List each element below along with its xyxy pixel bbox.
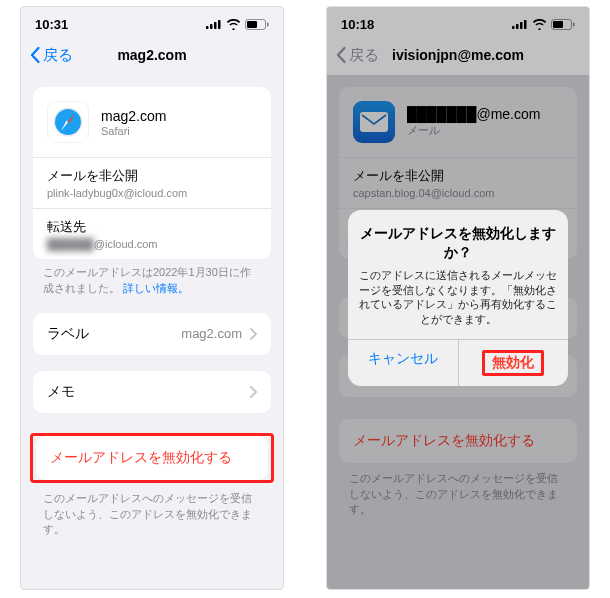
hide-email-label: メールを非公開 <box>47 167 257 185</box>
hide-email-value: plink-ladybug0x@icloud.com <box>47 187 257 199</box>
wifi-icon <box>226 19 241 30</box>
battery-icon <box>245 19 269 30</box>
deactivate-button[interactable]: メールアドレスを無効化する <box>36 436 268 480</box>
phone-right: 10:18 戻る ivisionjpn@me.com ███████@me.co… <box>326 6 590 590</box>
nav-bar: 戻る mag2.com <box>21 35 283 75</box>
cellular-icon <box>206 19 222 29</box>
status-bar: 10:31 <box>21 7 283 35</box>
more-info-link[interactable]: 詳しい情報。 <box>123 282 189 294</box>
dialog-message: このアドレスに送信されるメールメッセージを受信しなくなります。「無効化されている… <box>358 268 558 327</box>
svg-rect-1 <box>210 24 213 29</box>
chevron-left-icon <box>29 46 41 64</box>
phone-left: 10:31 戻る mag2.com ma <box>20 6 284 590</box>
highlight-box: 無効化 <box>482 350 544 376</box>
svg-rect-3 <box>218 20 221 29</box>
back-button[interactable]: 戻る <box>29 46 73 65</box>
highlight-box: メールアドレスを無効化する <box>30 433 274 483</box>
svg-rect-6 <box>267 22 269 26</box>
dialog-overlay: メールアドレスを無効化しますか？ このアドレスに送信されるメールメッセージを受信… <box>327 7 589 589</box>
dialog-cancel-button[interactable]: キャンセル <box>348 340 459 386</box>
memo-row[interactable]: メモ <box>33 371 271 413</box>
app-name: mag2.com <box>101 108 166 124</box>
dialog-confirm-button[interactable]: 無効化 <box>459 340 569 386</box>
label-row[interactable]: ラベル mag2.com <box>33 313 271 355</box>
app-sub: Safari <box>101 125 166 137</box>
created-note: このメールアドレスは2022年1月30日に作成されました。 詳しい情報。 <box>21 259 283 297</box>
forward-value: ██████@icloud.com <box>47 238 257 250</box>
safari-icon <box>47 101 89 143</box>
back-label: 戻る <box>43 46 73 65</box>
chevron-right-icon <box>250 328 257 340</box>
svg-rect-0 <box>206 26 209 29</box>
forward-label: 転送先 <box>47 218 257 236</box>
deactivate-caption: このメールアドレスへのメッセージを受信しないよう、このアドレスを無効化できます。 <box>21 483 283 538</box>
svg-rect-5 <box>247 21 257 28</box>
svg-rect-2 <box>214 22 217 29</box>
dialog-title: メールアドレスを無効化しますか？ <box>358 224 558 262</box>
label-row-label: ラベル <box>47 325 89 343</box>
confirm-dialog: メールアドレスを無効化しますか？ このアドレスに送信されるメールメッセージを受信… <box>348 210 568 386</box>
chevron-right-icon <box>250 386 257 398</box>
app-card: mag2.com Safari メールを非公開 plink-ladybug0x@… <box>33 87 271 259</box>
status-time: 10:31 <box>35 17 68 32</box>
memo-row-label: メモ <box>47 383 75 401</box>
label-row-value: mag2.com <box>181 326 242 341</box>
